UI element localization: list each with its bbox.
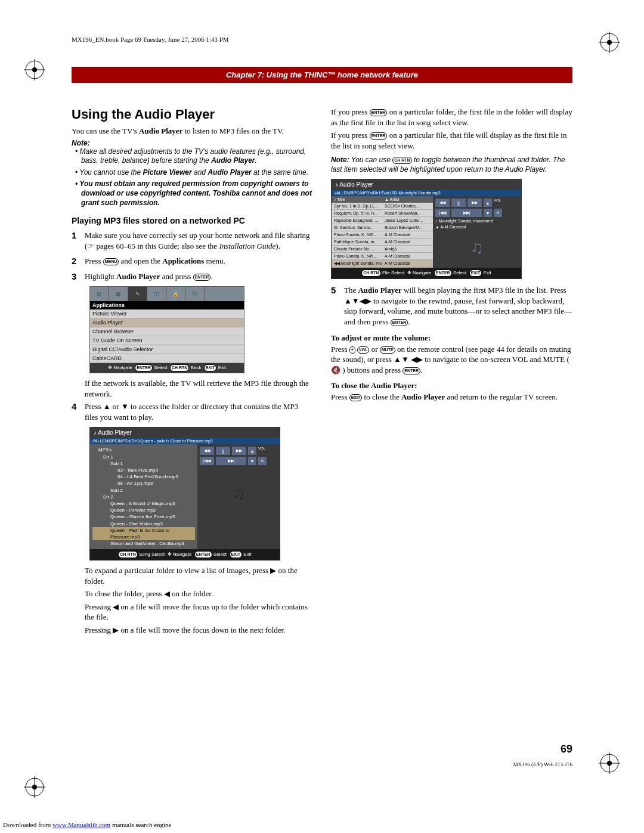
skip-fwd-button: ▶▶| <box>451 209 482 217</box>
vol-up-button: ▲ <box>484 199 492 207</box>
enter-button-icon: ENTER <box>370 132 388 140</box>
tree-item: Queen - Gimme the Prize.mp3 <box>92 513 195 520</box>
steps-list: 1 Make sure you have correctly set up yo… <box>72 230 313 281</box>
mute-button: ✕ <box>494 209 502 217</box>
svg-point-7 <box>607 40 612 45</box>
tree-item: Queen - Pain Is So Close to Pleasure.mp3 <box>92 527 195 540</box>
rewind-button: ◀◀ <box>200 447 214 455</box>
menu-header: Applications <box>90 301 244 309</box>
note-item: Make all desired adjustments to the TV's… <box>75 147 313 166</box>
footer-code: MX196 (E/F) Web 213:276 <box>513 761 572 767</box>
note-list: Make all desired adjustments to the TV's… <box>75 147 313 208</box>
enter-button-icon: ENTER <box>370 109 388 116</box>
menu-item: CableCARD <box>90 354 244 363</box>
step-number: 2 <box>72 256 85 267</box>
svg-point-11 <box>32 785 37 789</box>
player-controls: ◀◀ || ▶▶ ▲ VOL |◀◀ ▶▶| ▼ ✕ ♪ Moonligh <box>433 196 521 268</box>
audio-player-songlist-ui: ♪ Audio Player //ALLEN/BPC/MP3's/Dir1/Su… <box>331 179 522 279</box>
ui-footer: CH RTN File Select ✥ Navigate ENTER Sele… <box>332 268 521 278</box>
menu-item: Audio Player <box>90 318 244 327</box>
vol-up-button: ▲ <box>248 447 256 455</box>
tree-item: Queen - A World of Magic.mp3 <box>92 500 195 507</box>
crop-mark-icon <box>24 776 45 798</box>
crop-mark-icon <box>599 753 620 774</box>
svg-point-3 <box>32 67 37 72</box>
ui-path: //ALLEN/BPC/MP3's/Dir1/Sub1/03-Moonlight… <box>332 190 521 196</box>
list-item: Rapsodie Espagnole: ...Jesus Lopez-Cobo.… <box>332 217 433 224</box>
body-text: Press EXIT to close the Audio Player and… <box>331 392 572 402</box>
applications-menu: ▤ ▦ ✎ ◫ 🔒 ⌸ Applications Picture Viewer … <box>89 286 244 373</box>
list-item: Requiem, Op. 5: IV. R...Robert Shaw/Atla… <box>332 210 433 217</box>
album-art: ♫ <box>200 467 277 521</box>
list-item: Chopin Prelude No. ...Andrj∆ <box>332 246 433 253</box>
vol-label: VOL <box>258 447 265 455</box>
menu-icon: ◫ <box>147 287 166 301</box>
menu-list: Picture Viewer Audio Player Channel Brow… <box>90 309 244 363</box>
steps-list: 4 Press ▲ or ▼ to access the folder or d… <box>72 401 313 422</box>
ui-footer: CH RTN Song Select ✥ Navigate ENTER Sele… <box>90 549 280 560</box>
tree-item: Dir 2 <box>92 494 195 500</box>
list-item-active: ◀◀ Moonlight Sonata, mo...A-M Classical <box>332 260 433 268</box>
vol-label: VOL <box>494 199 501 207</box>
menu-icon: ▤ <box>90 287 109 301</box>
rewind-button: ◀◀ <box>435 199 450 207</box>
step-number: 3 <box>72 271 85 282</box>
subsection-heading: To close the Audio Player: <box>331 381 572 391</box>
download-footer: Downloaded from www.Manualslib.com manua… <box>3 821 171 828</box>
menu-icon: 🔒 <box>166 287 185 301</box>
chrtn-button-icon: CH RTN <box>392 157 411 164</box>
volume-plus-icon: + <box>349 346 355 354</box>
step: 5 The Audio Player will begin playing th… <box>331 285 572 327</box>
song-list: ♪ Title▲ Artist Spr No. 1 In D, Op.11...… <box>332 196 433 268</box>
step-number: 1 <box>72 230 85 251</box>
book-header: MX196_EN.book Page 69 Tuesday, June 27, … <box>72 36 584 43</box>
player-controls: ◀◀ || ▶▶ ▲ VOL |◀◀ ▶▶| ▼ ✕ ♫ <box>197 444 280 549</box>
skip-back-button: |◀◀ <box>200 457 214 465</box>
subsection-heading: To adjust or mute the volume: <box>331 333 572 343</box>
audio-player-folder-ui: ♪ Audio Player //ALLEN/BPC/MP3's/Dir1/Qu… <box>89 427 280 561</box>
ui-path: //ALLEN/BPC/MP3's/Dir1/Queen - pwls Is C… <box>90 438 280 444</box>
svg-point-15 <box>607 761 612 766</box>
menu-item: TV Guide On Screen <box>90 336 244 345</box>
list-item: Piano Sonata, K. 545...A-M Classical <box>332 231 433 239</box>
left-column: Using the Audio Player You can use the T… <box>72 107 313 638</box>
skip-back-button: |◀◀ <box>435 209 450 217</box>
section-heading: Playing MP3 files stored on a networked … <box>72 216 313 225</box>
menu-top-icons: ▤ ▦ ✎ ◫ 🔒 ⌸ <box>90 287 244 301</box>
step-number: 4 <box>72 401 85 422</box>
step: 1 Make sure you have correctly set up yo… <box>72 230 313 251</box>
manualslib-link[interactable]: www.Manualslib.com <box>52 821 110 828</box>
tree-item: 03 - Take Five.mp3 <box>92 467 195 473</box>
tree-item: Queen - Forever.mp3 <box>92 507 195 513</box>
page-number: 69 <box>561 743 572 755</box>
list-item: Piano Sonata, K. 545...A-M Classical <box>332 253 433 260</box>
crop-mark-icon <box>24 59 45 80</box>
tree-item: Simon and Garfunkel - Cecilia.mp3 <box>92 540 195 547</box>
crop-mark-icon <box>599 32 620 53</box>
body-text: Pressing ▶ on a file will move the focus… <box>85 625 313 636</box>
menu-item: Digital CC/Audio Selector <box>90 345 244 354</box>
list-item: Spr No. 1 In D, Op.11...SCO/Sir Charles.… <box>332 203 433 210</box>
steps-list: 5 The Audio Player will begin playing th… <box>331 285 572 327</box>
list-item: III. Sanctus: Sanctu...Boston Baroque/M.… <box>332 224 433 231</box>
pause-button: || <box>451 199 466 207</box>
step: 3 Highlight Audio Player and press ENTER… <box>72 271 313 282</box>
body-text: If you press ENTER on a particular folde… <box>331 107 572 128</box>
tree-item: Sub 1 <box>92 460 195 467</box>
body-text: If you press ENTER on a particular file,… <box>331 130 572 151</box>
step-number: 5 <box>331 285 344 327</box>
right-column: If you press ENTER on a particular folde… <box>331 107 572 638</box>
enter-button-icon: ENTER <box>193 274 211 281</box>
mute-button: ✕ <box>258 457 267 465</box>
note-text: Note: You can use CH RTN to toggle betwe… <box>331 156 572 174</box>
folder-tree: MP3's Dir 1 Sub 1 03 - Take Five.mp3 04 … <box>90 444 197 549</box>
pause-button: || <box>216 447 230 455</box>
tree-item: Dir 1 <box>92 454 195 460</box>
body-text: If the network is available, the TV will… <box>85 378 313 399</box>
now-playing-artist: ▲ A-M Classical <box>435 225 519 229</box>
list-header: ♪ Title▲ Artist <box>332 196 433 203</box>
menu-button-icon: MENU <box>103 258 119 265</box>
menu-footer: ✥ Navigate ENTER Select CH RTN Back EXIT… <box>90 363 244 373</box>
step: 4 Press ▲ or ▼ to access the folder or d… <box>72 401 313 422</box>
ui-title: ♪ Audio Player <box>90 428 280 438</box>
